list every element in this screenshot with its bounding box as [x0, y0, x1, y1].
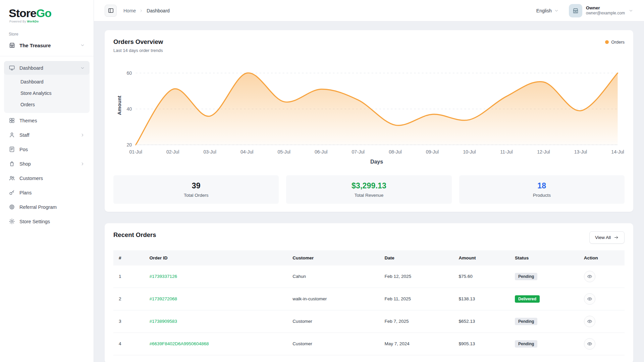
topbar-right: English Owner owner@example.com	[536, 4, 633, 17]
breadcrumb-home-link[interactable]: Home	[123, 8, 136, 13]
sidebar-subitem-store-analytics[interactable]: Store Analytics	[4, 87, 90, 99]
table-header-row: #Order IDCustomerDateAmountStatusAction	[113, 250, 625, 265]
row-number: 3	[119, 319, 121, 324]
customer-name: walk-in-customer	[292, 296, 327, 301]
powered-by-brand: WorkDo	[27, 20, 39, 23]
chevron-right-icon	[80, 162, 85, 166]
sidebar-toggle-icon	[108, 7, 114, 14]
subnav: DashboardStore AnalyticsOrders	[4, 75, 90, 113]
legend-dot	[605, 40, 609, 44]
sidebar-item-label: Shop	[19, 161, 31, 167]
eye-icon	[587, 274, 592, 279]
stat-label: Total Revenue	[289, 193, 448, 198]
sidebar-item-label: Staff	[19, 132, 30, 138]
overview-subtitle: Last 14 days order trends	[113, 48, 163, 53]
sidebar-item-label: Customers	[19, 176, 43, 181]
svg-text:10-Jul: 10-Jul	[463, 149, 476, 155]
order-id-link[interactable]: #1739272068	[149, 296, 177, 301]
order-amount: $905.13	[459, 341, 475, 346]
view-order-button[interactable]	[584, 338, 595, 350]
order-id-link[interactable]: #1739337126	[149, 274, 177, 279]
view-all-label: View All	[595, 235, 611, 240]
language-label: English	[536, 8, 552, 13]
sidebar-item-label: Store Settings	[19, 219, 50, 224]
user-email: owner@example.com	[586, 11, 625, 16]
order-date: Feb 7, 2025	[384, 319, 409, 324]
nav-group-dashboard: DashboardDashboardStore AnalyticsOrders	[4, 61, 90, 113]
svg-text:13-Jul: 13-Jul	[574, 149, 587, 155]
chevron-down-icon	[80, 43, 85, 48]
language-selector[interactable]: English	[536, 8, 559, 13]
svg-text:09-Jul: 09-Jul	[426, 149, 439, 155]
svg-text:Amount: Amount	[116, 96, 122, 115]
sidebar-item-label: Dashboard	[19, 65, 43, 71]
app-root: StoreGo Powered By WorkDo Store The Trea…	[0, 0, 644, 362]
store-selector[interactable]: The Treasure	[0, 39, 94, 51]
sidebar-subitem-dashboard[interactable]: Dashboard	[4, 76, 90, 87]
target-icon	[9, 204, 15, 210]
breadcrumb: Home Dashboard	[123, 8, 170, 13]
stat-label: Total Orders	[117, 193, 275, 198]
sidebar-nav: DashboardDashboardStore AnalyticsOrdersT…	[0, 56, 94, 236]
column-header-amount: Amount	[453, 250, 509, 265]
order-id-link[interactable]: #6639F8402D6A9950604868	[149, 341, 209, 346]
store-name: The Treasure	[19, 43, 51, 48]
status-badge: Delivered	[515, 295, 540, 303]
sidebar-toggle-button[interactable]	[105, 5, 117, 17]
view-order-button[interactable]	[584, 293, 595, 305]
stat-label: Products	[463, 193, 621, 198]
key-icon	[9, 189, 15, 196]
stat-value: $3,299.13	[289, 181, 448, 190]
stat-value: 39	[117, 181, 275, 190]
svg-text:20: 20	[126, 142, 132, 147]
sidebar-item-plans[interactable]: Plans	[4, 186, 90, 199]
sidebar-item-shop[interactable]: Shop	[4, 157, 90, 171]
grid-icon	[9, 117, 15, 124]
sidebar-item-label: Referral Program	[19, 204, 57, 210]
breadcrumb-current: Dashboard	[147, 8, 170, 13]
arrow-right-icon	[614, 235, 619, 240]
sidebar-item-staff[interactable]: Staff	[4, 128, 90, 142]
avatar	[569, 4, 582, 17]
sidebar-item-referral-program[interactable]: Referral Program	[4, 200, 90, 214]
orders-table: #Order IDCustomerDateAmountStatusAction …	[113, 250, 625, 355]
view-order-button[interactable]	[584, 271, 595, 282]
powered-by: Powered By WorkDo	[9, 20, 85, 23]
monitor-icon	[9, 65, 15, 71]
user-info: Owner owner@example.com	[586, 5, 625, 16]
view-order-button[interactable]	[584, 316, 595, 327]
view-all-button[interactable]: View All	[589, 231, 625, 244]
eye-icon	[587, 296, 592, 302]
table-row: 2#1739272068walk-in-customerFeb 11, 2025…	[113, 288, 625, 310]
store-icon	[9, 42, 15, 49]
sidebar-item-themes[interactable]: Themes	[4, 114, 90, 127]
column-header-status: Status	[509, 250, 579, 265]
overview-card-header: Orders Overview Last 14 days order trend…	[113, 38, 625, 53]
sidebar-subitem-orders[interactable]: Orders	[4, 99, 90, 110]
content: Orders Overview Last 14 days order trend…	[94, 21, 644, 362]
sidebar-item-dashboard[interactable]: Dashboard	[4, 61, 90, 75]
status-badge: Pending	[515, 318, 537, 325]
column-header-date: Date	[379, 250, 453, 265]
table-row: 4#6639F8402D6A9950604868CustomerMay 7, 2…	[113, 333, 625, 355]
stats-row: 39Total Orders$3,299.13Total Revenue18Pr…	[113, 175, 625, 204]
sidebar-item-label: Plans	[19, 190, 32, 195]
svg-text:08-Jul: 08-Jul	[389, 149, 401, 155]
sidebar-item-store-settings[interactable]: Store Settings	[4, 215, 90, 228]
logo[interactable]: StoreGo Powered By WorkDo	[0, 0, 94, 26]
order-date: Feb 12, 2025	[384, 274, 411, 279]
logo-store: Store	[9, 7, 36, 19]
column-header-customer: Customer	[287, 250, 379, 265]
orders-overview-card: Orders Overview Last 14 days order trend…	[105, 30, 633, 212]
eye-icon	[587, 341, 592, 347]
legend-label: Orders	[611, 40, 625, 45]
svg-text:12-Jul: 12-Jul	[537, 149, 550, 155]
chevron-down-icon	[629, 8, 633, 13]
user-menu[interactable]: Owner owner@example.com	[569, 4, 633, 17]
row-number: 2	[119, 296, 121, 301]
order-id-link[interactable]: #1738909583	[149, 319, 177, 324]
sidebar-item-pos[interactable]: Pos	[4, 142, 90, 156]
sidebar-item-customers[interactable]: Customers	[4, 171, 90, 185]
powered-by-prefix: Powered By	[9, 20, 26, 23]
chevron-right-icon	[139, 9, 143, 13]
